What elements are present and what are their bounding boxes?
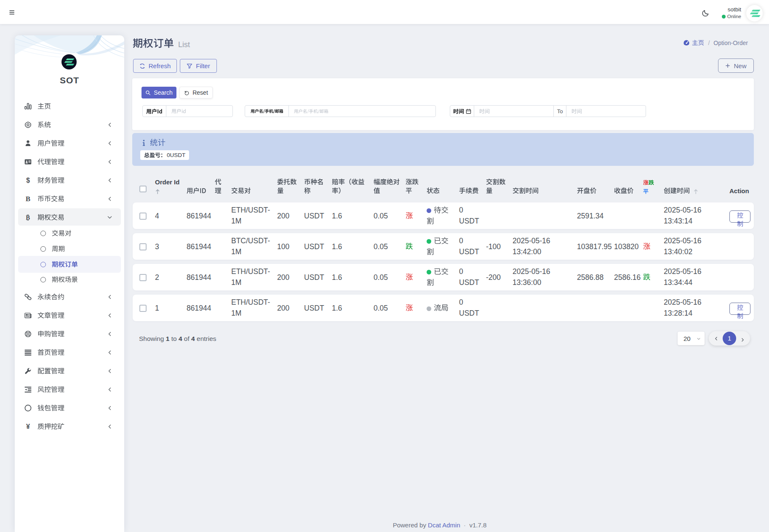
svg-text:B: B: [26, 195, 30, 202]
svg-text:B: B: [26, 214, 30, 221]
svg-text:$: $: [26, 177, 30, 184]
svg-text:¥: ¥: [26, 423, 30, 430]
